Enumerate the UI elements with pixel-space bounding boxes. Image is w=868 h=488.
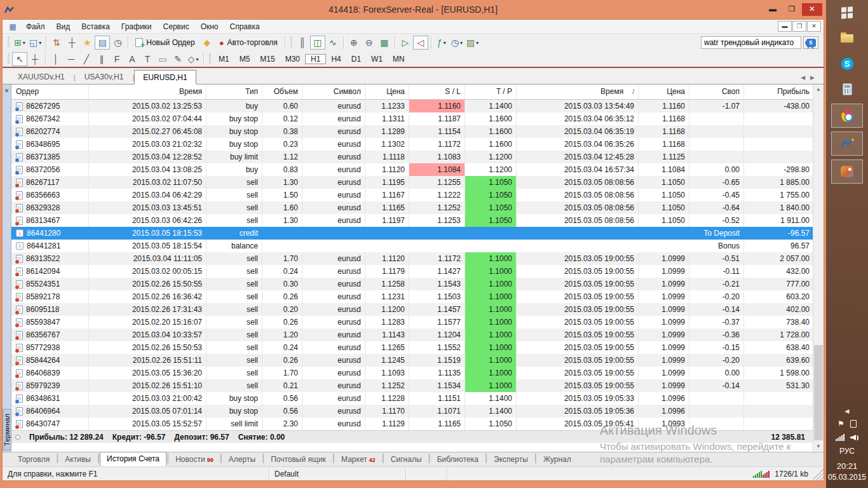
app-menu-icon[interactable]: ▦ — [5, 20, 20, 34]
timeframe-H4[interactable]: H4 — [326, 55, 346, 64]
crosshair-tool-button[interactable]: ┼ — [27, 52, 43, 66]
column-header-10[interactable]: Своп — [689, 85, 744, 99]
history-row-order[interactable]: 860951182015.02.26 17:31:43sell0.20eurus… — [11, 303, 813, 316]
terminal-tab-Библиотека[interactable]: Библиотека — [431, 453, 485, 466]
menu-item-Вид[interactable]: Вид — [51, 20, 76, 33]
history-row-order[interactable]: 858442642015.02.26 15:51:11sell0.26eurus… — [11, 354, 813, 367]
history-row-order[interactable]: 863713852015.03.04 12:28:52buy limit1.12… — [11, 151, 813, 163]
menu-item-Сервис[interactable]: Сервис — [158, 20, 195, 33]
skype-button[interactable]: S — [832, 53, 862, 74]
history-row-order[interactable]: 863567672015.03.04 10:33:57sell1.20eurus… — [11, 329, 813, 341]
history-row-order[interactable]: 863135222015.03.04 11:11:05sell1.70eurus… — [11, 252, 813, 265]
history-row-order[interactable]: 862672952015.03.02 13:25:53buy0.60eurusd… — [11, 100, 813, 112]
column-header-4[interactable]: Символ — [302, 85, 365, 99]
history-row-order[interactable]: 863566632015.03.04 06:42:29sell1.50eurus… — [11, 189, 813, 201]
language-indicator[interactable]: РУС — [839, 447, 855, 456]
terminal-tab-Журнал[interactable]: Журнал — [537, 453, 578, 466]
new-chart-button[interactable]: ⊞▾ — [12, 36, 27, 50]
mdi-minimize-button[interactable]: ▬ — [778, 21, 792, 32]
column-header-2[interactable]: Тип — [207, 85, 262, 99]
timeframe-H1[interactable]: H1 — [305, 54, 326, 64]
chart-shift-button[interactable]: ◁ — [413, 36, 428, 50]
history-row-balance[interactable]: ↑864412812015.03.05 18:15:54balanceBonus… — [11, 240, 813, 252]
close-button[interactable]: ✕ — [802, 3, 822, 16]
zoom-in-button[interactable]: ⊕ — [346, 36, 362, 50]
maximize-button[interactable]: ❒ — [783, 3, 801, 16]
label-tool-button[interactable]: T — [140, 52, 155, 66]
terminal-tab-Торговля[interactable]: Торговля — [11, 453, 56, 466]
clock-date[interactable]: 05.03.2015 — [828, 473, 866, 482]
vertical-scrollbar[interactable]: ▲ ▼ — [813, 85, 824, 452]
menu-item-Окно[interactable]: Окно — [195, 20, 224, 33]
terminal-panel-tab[interactable]: Терминал — [3, 409, 11, 451]
history-row-order[interactable]: 863134672015.03.03 06:42:26sell1.30eurus… — [11, 214, 813, 227]
chart-tab-XAUUSDv,H1[interactable]: XAUUSDv,H1 — [9, 69, 74, 84]
strategy-tester-button[interactable]: ◷ — [110, 36, 125, 50]
trendline-button[interactable]: ╱ — [79, 52, 94, 66]
history-row-order[interactable]: 862671172015.03.02 11:07:50sell1.30eurus… — [11, 176, 813, 189]
arrows-button[interactable]: ◇▾ — [186, 52, 201, 66]
auto-scroll-button[interactable]: ▷ — [398, 36, 413, 50]
mdi-restore-button[interactable]: ❒ — [792, 21, 806, 32]
history-row-order[interactable]: 861420942015.03.02 00:05:15sell0.24eurus… — [11, 265, 813, 278]
timeframe-W1[interactable]: W1 — [366, 55, 388, 64]
fibonacci-button[interactable]: F — [109, 52, 125, 66]
indicators-button[interactable]: ƒ▾ — [434, 36, 449, 50]
calculator-button[interactable] — [832, 78, 862, 100]
terminal-tab-Почтовый ящик[interactable]: Почтовый ящик — [264, 453, 332, 466]
scrollbar-thumb[interactable] — [814, 345, 823, 440]
tabs-scroll-left-icon[interactable]: ◀ — [801, 74, 805, 81]
column-header-11[interactable]: Прибыль — [744, 85, 814, 99]
scroll-down-icon[interactable]: ▼ — [813, 442, 824, 452]
new-order-button[interactable]: Новый Ордер — [131, 36, 199, 50]
history-row-order[interactable]: 863486312015.03.03 21:00:42buy stop0.56e… — [11, 392, 813, 405]
terminal-tab-Маркет[interactable]: Маркет42 — [335, 453, 382, 466]
pencil-tool-button[interactable]: ✎ — [170, 52, 186, 66]
column-header-5[interactable]: Цена — [365, 85, 409, 99]
column-header-1[interactable]: Время — [89, 85, 207, 99]
terminal-tab-Новости[interactable]: Новости99 — [169, 453, 219, 466]
text-tool-button[interactable]: A — [125, 52, 140, 66]
terminal-button[interactable]: ▤ — [95, 36, 110, 50]
periods-button[interactable]: ◷▾ — [449, 36, 465, 50]
start-button[interactable] — [832, 2, 862, 24]
show-hidden-icons-button[interactable]: ◀ — [845, 408, 850, 414]
clock-time[interactable]: 20:21 — [837, 461, 858, 471]
cursor-tool-button[interactable]: ↖ — [12, 52, 27, 66]
terminal-tab-Эксперты[interactable]: Эксперты — [487, 453, 534, 466]
timeframe-M1[interactable]: M1 — [214, 55, 234, 64]
chart-tab-USA30v,H1[interactable]: USA30v,H1 — [76, 69, 133, 84]
tile-windows-button[interactable]: ▦ — [377, 36, 392, 50]
terminal-tab-Активы[interactable]: Активы — [58, 453, 97, 466]
action-center-flag-icon[interactable]: ⚑ — [837, 419, 844, 428]
shapes-button[interactable]: ▭ — [155, 52, 170, 66]
timeframe-M5[interactable]: M5 — [234, 55, 255, 64]
chart-tab-EURUSD,H1[interactable]: EURUSD,H1 — [134, 70, 196, 85]
media-app-button[interactable] — [831, 159, 863, 184]
channel-button[interactable]: ∥ — [94, 52, 109, 66]
history-row-order[interactable]: 864068392015.03.05 15:36:20sell1.70eurus… — [11, 367, 813, 379]
menu-item-Графики[interactable]: Графики — [116, 20, 158, 33]
scroll-up-icon[interactable]: ▲ — [813, 85, 824, 95]
column-header-7[interactable]: T / P — [465, 85, 517, 99]
history-row-order[interactable]: 859792392015.02.26 15:51:10sell0.21eurus… — [11, 379, 813, 392]
timeframe-MN[interactable]: MN — [388, 55, 410, 64]
zoom-out-button[interactable]: ⊖ — [362, 36, 377, 50]
line-chart-button[interactable]: ∿ — [325, 36, 341, 50]
column-header-0[interactable]: Ордер — [11, 85, 89, 99]
toolbar-grip[interactable] — [290, 37, 292, 48]
volume-icon[interactable] — [850, 435, 858, 440]
script-icon[interactable]: ◆ — [200, 36, 215, 50]
status-profile[interactable]: Default — [269, 467, 406, 480]
terminal-tab-Алерты[interactable]: Алерты — [222, 453, 262, 466]
clipboard-icon[interactable] — [850, 420, 857, 428]
history-row-credit[interactable]: ↓864412802015.03.05 18:15:53creditTo Dep… — [11, 227, 813, 240]
history-row-order[interactable]: 862673422015.03.02 07:04:44buy stop0.12e… — [11, 112, 813, 125]
history-row-order[interactable]: 864307472015.03.05 15:52:57sell limit2.3… — [11, 417, 813, 430]
navigator-button[interactable]: ★ — [79, 36, 95, 50]
column-header-6[interactable]: S / L — [409, 85, 465, 99]
candlestick-chart-button[interactable]: ◫ — [310, 36, 325, 50]
autotrade-button[interactable]: ●Авто-торговля — [215, 36, 282, 50]
history-row-order[interactable]: 863720562015.03.04 13:08:25buy0.83eurusd… — [11, 163, 813, 176]
terminal-tab-Сигналы[interactable]: Сигналы — [384, 453, 428, 466]
